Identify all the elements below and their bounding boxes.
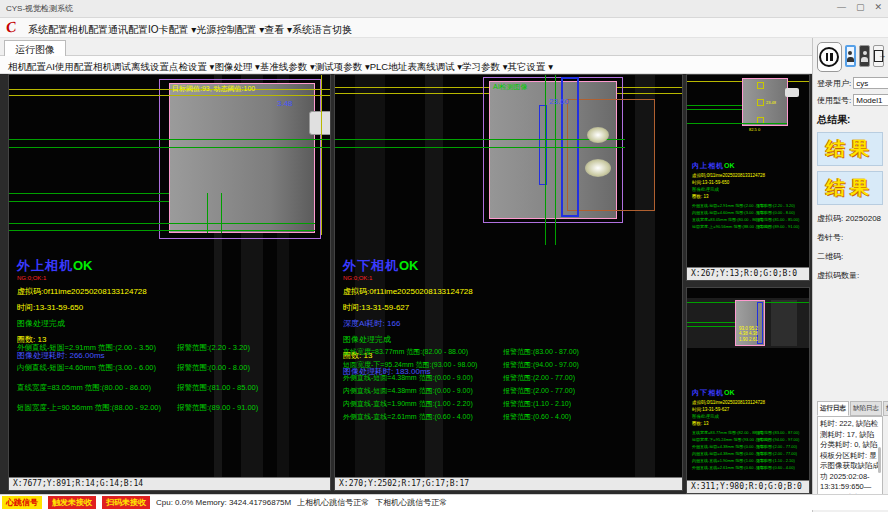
overlay-mini-label: 93.0 95.24.38 4.381.90 2.61 (739, 326, 758, 342)
scan-badge: 扫码未接收 (102, 496, 150, 509)
log-tabs: 运行日志缺陷日志报警日志 (817, 401, 884, 416)
ai-region-overlay-text: AI检测图像 (493, 82, 528, 92)
menu-item[interactable]: IO卡配置 ▾ (148, 24, 196, 35)
overlay-line-yellow (9, 89, 330, 90)
log-textarea[interactable]: 耗时: 222, 缺陷检测耗时: 17, 缺陷分类耗时: 0, 缺陷模板分区耗时… (817, 416, 883, 504)
camera2-title: 外下相机OK (343, 257, 473, 275)
camera1-panel: 目标阈值:93, 动态阈值:100 3.48 外上相机OK NG:0;OK:1 … (8, 74, 331, 491)
camera4-title: 内下相机OK (692, 388, 765, 398)
trigger-badge: 触发未接收 (48, 496, 96, 509)
overlay-line-yellow (321, 75, 322, 235)
toolbar-button[interactable]: AI使用配置 (46, 61, 93, 72)
model-input[interactable] (853, 94, 888, 106)
control-panel: 登录用户: 使用型号: 总结果: 结果 结果 虚拟码: 20250208 卷针号… (812, 38, 888, 512)
menu-item[interactable]: 光源控制配置 ▾ (196, 24, 264, 35)
exit-button[interactable] (873, 45, 884, 67)
result-ok-text: OK (73, 258, 93, 273)
overlay-line-green (687, 123, 787, 124)
log-tab[interactable]: 运行日志 (817, 401, 849, 416)
pause-button[interactable] (817, 42, 842, 72)
connector-part (785, 88, 799, 97)
menu-item[interactable]: 查看 ▾ (264, 24, 292, 35)
toolbar-button[interactable]: 测试项参数 ▾ (315, 61, 370, 72)
workpiece-image (742, 78, 788, 126)
toolbar-button[interactable]: PLC地址表 (370, 61, 417, 72)
toolbar: 相机配置AI使用配置相机调试离线设置点检设置 ▾图像处理 ▾基准线参数 ▾测试项… (0, 56, 812, 74)
process-done-text: 图像处理完成 (343, 334, 473, 345)
overlay-line-green (9, 223, 315, 224)
qr-label: 二维码: (817, 251, 884, 262)
tab-strip: 运行图像 (0, 38, 812, 56)
camera2-viewport[interactable]: AI检测图像 23.60 外下相机OK NG:0;OK:1 虚拟码:0f11im… (335, 75, 682, 479)
cpu-memory-text: Cpu: 0.0% Memory: 3424.41796875M (156, 498, 291, 507)
menu-item[interactable]: 系统配置 (28, 24, 68, 35)
user-dark-icon (861, 51, 868, 62)
process-done-text: 图像处理完成 (692, 414, 765, 419)
overlay-mini-label: 23.48 (766, 100, 776, 105)
reflection-highlight (585, 159, 611, 177)
app-logo-icon: C (5, 18, 17, 36)
menu-bar: C 系统配置相机配置通讯配置IO卡配置 ▾光源控制配置 ▾查看 ▾系统语言切换 (0, 18, 888, 38)
toolbar-button[interactable]: 离线调试 ▾ (417, 61, 462, 72)
overlay-mini-label: 82.5 0 (749, 127, 760, 132)
threshold-overlay-text: 目标阈值:93, 动态阈值:100 (172, 84, 255, 94)
toolbar-button[interactable]: 基准线参数 ▾ (260, 61, 315, 72)
time-text: 时间:13-31-59-650 (17, 302, 147, 313)
virtual-code-text: 虚拟码:0f11ime20250208133124728 (17, 286, 147, 297)
toolbar-button[interactable]: 离线设置 (131, 61, 169, 72)
ai-time-text: 深度AI耗时: 166 (343, 318, 473, 329)
minimize-icon[interactable]: — (837, 2, 846, 12)
toolbar-button[interactable]: 其它设置 ▾ (508, 61, 553, 72)
menu-item[interactable]: 通讯配置 (108, 24, 148, 35)
toolbar-items: 相机配置AI使用配置相机调试离线设置点检设置 ▾图像处理 ▾基准线参数 ▾测试项… (8, 56, 553, 74)
camera2-info: 外下相机OK NG:0;OK:1 虚拟码:0f11ime202502081331… (343, 257, 473, 377)
overlay-line-green (9, 139, 330, 140)
camera4-panel: 93.0 95.24.38 4.381.90 2.61 内下相机OK 虚拟码:0… (686, 287, 810, 494)
camera1-status-bar: X:7677;Y:891;R:14;G:14;B:14 (9, 477, 330, 490)
time-text: 时间:13-31-59-650 (692, 180, 765, 185)
control-buttons (817, 42, 884, 72)
camera3-panel: 23.48 82.5 0 内上相机OK 虚拟码:0f11ime202502081… (686, 74, 810, 281)
virtual-code-text: 虚拟码:0f11ime20250208133124728 (692, 400, 765, 405)
camera1-viewport[interactable]: 目标阈值:93, 动态阈值:100 3.48 外上相机OK NG:0;OK:1 … (9, 75, 330, 479)
main-area: 目标阈值:93, 动态阈值:100 3.48 外上相机OK NG:0;OK:1 … (0, 74, 812, 494)
tab-run-image[interactable]: 运行图像 (4, 40, 66, 56)
log-tab[interactable]: 报警日志 (883, 401, 888, 416)
overlay-line-green (9, 230, 315, 231)
code-count-label: 虚拟码数量: (817, 270, 884, 281)
toolbar-button[interactable]: 点检设置 ▾ (169, 61, 214, 72)
toolbar-button[interactable]: 相机调试 (93, 61, 131, 72)
toolbar-button[interactable]: 图像处理 ▾ (214, 61, 259, 72)
toolbar-button[interactable]: 学习参数 ▾ (462, 61, 507, 72)
camera4-status-bar: X:311;Y:980;R:0;G:0;B:0 (687, 480, 809, 493)
overlay-line-green (9, 193, 169, 194)
login-user-input[interactable] (853, 77, 888, 89)
toolbar-button[interactable]: 相机配置 (8, 61, 46, 72)
overlay-box-yellow (757, 99, 764, 106)
status-bar: 心跳信号 触发未接收 扫码未接收 Cpu: 0.0% Memory: 3424.… (0, 494, 888, 510)
menu-item[interactable]: 系统语言切换 (292, 24, 352, 35)
reflection-highlight (587, 127, 609, 143)
camera4-info: 内下相机OK 虚拟码:0f11ime20250208133124728 时间:1… (692, 388, 765, 426)
camera4-viewport[interactable]: 93.0 95.24.38 4.381.90 2.61 内下相机OK 虚拟码:0… (687, 288, 809, 482)
user-login-button[interactable] (845, 45, 856, 67)
total-result-label: 总结果: (817, 113, 884, 127)
log-tab[interactable]: 缺陷日志 (850, 401, 882, 416)
menu-item[interactable]: 相机配置 (68, 24, 108, 35)
camera3-viewport[interactable]: 23.48 82.5 0 内上相机OK 虚拟码:0f11ime202502081… (687, 75, 809, 269)
exit-door-icon (874, 50, 883, 62)
connector-part (309, 111, 330, 135)
overlay-line-green (335, 147, 625, 148)
camera3-status-bar: X:267;Y:13;R:0;G:0;B:0 (687, 267, 809, 280)
camera2-subcount: NG:0;OK:1 (343, 275, 473, 281)
overlay-line-green (545, 75, 546, 245)
maximize-icon[interactable]: ▢ (856, 2, 865, 12)
log-scrollbar[interactable] (878, 447, 881, 473)
user-switch-button[interactable] (859, 45, 870, 67)
overlay-line-green (687, 326, 735, 327)
result-ok-text: OK (724, 162, 735, 169)
workpiece-image (169, 83, 315, 233)
close-icon[interactable]: ✕ (874, 2, 882, 12)
virtual-code-text: 虚拟码:0f11ime20250208133124728 (692, 173, 765, 178)
overlay-line-yellow (9, 95, 330, 96)
